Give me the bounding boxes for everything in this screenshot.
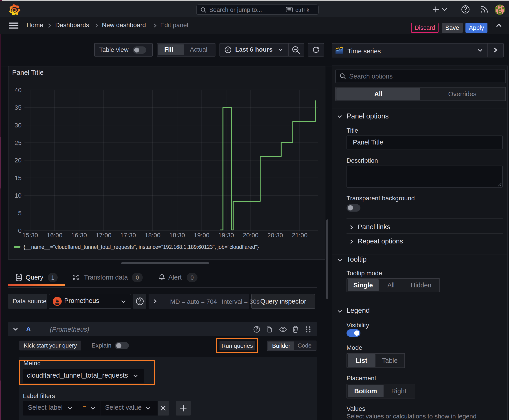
- svg-text:16:30: 16:30: [71, 232, 87, 239]
- svg-text:21:00: 21:00: [292, 232, 307, 239]
- svg-text:10: 10: [15, 192, 22, 199]
- svg-text:15: 15: [15, 174, 22, 181]
- svg-text:17:30: 17:30: [120, 232, 136, 239]
- svg-text:0: 0: [18, 227, 22, 234]
- svg-text:16:00: 16:00: [47, 232, 62, 239]
- svg-text:25: 25: [15, 139, 22, 146]
- svg-text:20:30: 20:30: [267, 232, 283, 239]
- svg-text:19:00: 19:00: [194, 232, 209, 239]
- svg-text:20: 20: [15, 157, 22, 164]
- svg-text:40: 40: [15, 87, 22, 94]
- svg-text:15:30: 15:30: [22, 232, 38, 239]
- svg-text:17:00: 17:00: [96, 232, 112, 239]
- svg-text:19:30: 19:30: [218, 232, 234, 239]
- svg-text:5: 5: [18, 210, 22, 217]
- svg-text:35: 35: [15, 104, 22, 111]
- svg-text:18:30: 18:30: [169, 232, 185, 239]
- svg-text:30: 30: [15, 122, 22, 129]
- svg-text:{__name__="cloudflared_tunnel_: {__name__="cloudflared_tunnel_total_requ…: [23, 244, 259, 250]
- svg-text:20:00: 20:00: [243, 232, 258, 239]
- svg-text:18:00: 18:00: [145, 232, 160, 239]
